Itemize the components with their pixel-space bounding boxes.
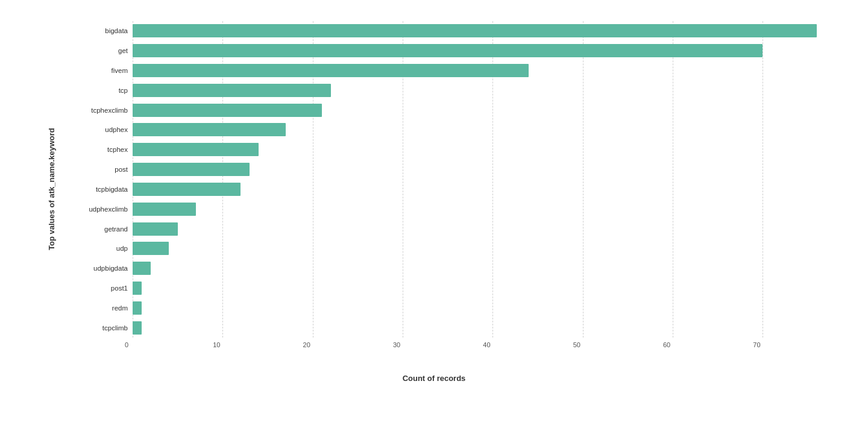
bar-label: bigdata [66,27,133,34]
bar-track [133,262,826,275]
x-tick: 40 [483,341,490,348]
bar-fill [133,44,763,57]
bar-label: udphexclimb [66,206,133,213]
bar-fill [133,84,331,97]
bar-row: post [66,160,826,179]
bar-row: redm [66,298,826,318]
bar-fill [133,183,241,196]
bar-label: get [66,47,133,54]
bar-track [133,24,826,37]
bar-row: udphexclimb [66,200,826,219]
bar-fill [133,203,196,216]
bar-row: tcp [66,81,826,100]
bar-fill [133,321,142,335]
bar-fill [133,262,151,275]
bar-track [133,44,826,57]
x-axis-row: 010203040506070010203040506070 [60,338,826,357]
bar-label: fivem [66,67,133,74]
bar-row: udpbigdata [66,259,826,278]
bar-fill [133,104,322,117]
bar-track [133,143,826,156]
chart-container: Top values of atk_name.keyword bigdatage… [18,9,850,419]
x-tick: 10 [213,341,220,348]
bar-fill [133,163,250,176]
bar-label: post [66,166,133,173]
bar-track [133,203,826,216]
bar-label: udp [66,245,133,252]
y-axis-label: Top values of atk_name.keyword [42,21,60,357]
bars-and-grid: bigdatagetfivemtcptcphexclimbudphextcphe… [66,21,826,338]
bar-fill [133,301,142,315]
bar-track [133,84,826,97]
bar-track [133,242,826,255]
bar-label: getrand [66,225,133,233]
bar-row: post1 [66,279,826,298]
bar-row: getrand [66,219,826,239]
bar-fill [133,222,178,236]
x-axis-label: Count of records [42,374,826,383]
bar-track [133,301,826,315]
bar-row: udphex [66,120,826,139]
bar-label: tcphexclimb [66,107,133,114]
bar-row: tcpbigdata [66,180,826,199]
x-tick: 30 [393,341,400,348]
bar-label: udpbigdata [66,265,133,272]
bar-row: tcphexclimb [66,101,826,120]
bar-fill [133,64,529,77]
chart-inner: bigdatagetfivemtcptcphexclimbudphextcphe… [60,21,826,357]
bar-track [133,282,826,295]
bar-track [133,183,826,196]
bar-fill [133,242,169,255]
x-tick: 20 [303,341,310,348]
x-tick: 50 [573,341,580,348]
x-tick: 70 [753,341,760,348]
bar-row: fivem [66,61,826,80]
bar-label: tcp [66,87,133,94]
bar-row: tcphex [66,140,826,159]
bar-label: tcpclimb [66,324,133,332]
bar-label: tcphex [66,146,133,153]
bar-fill [133,24,817,37]
bar-track [133,321,826,335]
bar-row: get [66,41,826,60]
bar-track [133,64,826,77]
bar-label: tcpbigdata [66,186,133,193]
bar-fill [133,123,286,136]
bar-row: udp [66,239,826,258]
x-tick: 0 [125,341,128,348]
bar-row: tcpclimb [66,318,826,338]
bar-fill [133,143,259,156]
bar-fill [133,282,142,295]
bar-label: post1 [66,285,133,292]
bar-track [133,104,826,117]
bar-label: redm [66,304,133,312]
bar-rows: bigdatagetfivemtcptcphexclimbudphextcphe… [66,21,826,338]
bar-track [133,163,826,176]
bar-row: bigdata [66,21,826,40]
chart-area: Top values of atk_name.keyword bigdatage… [42,21,826,357]
bar-label: udphex [66,126,133,133]
bar-track [133,222,826,236]
x-tick: 60 [663,341,670,348]
bar-track [133,123,826,136]
